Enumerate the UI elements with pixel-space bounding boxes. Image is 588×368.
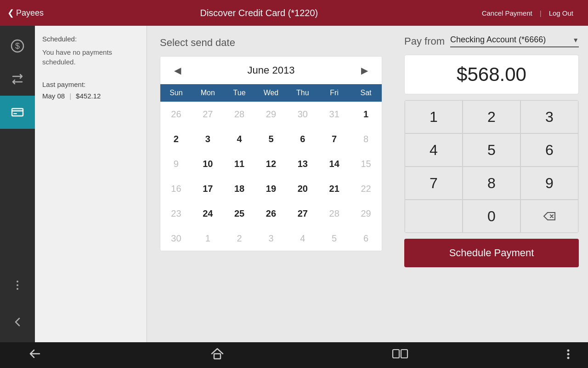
- dropdown-arrow-icon: ▼: [572, 36, 579, 44]
- svg-rect-7: [393, 350, 399, 358]
- more-options-icon[interactable]: [567, 349, 570, 362]
- calendar-cell-4-6: 29: [350, 201, 382, 226]
- svg-point-10: [567, 353, 569, 355]
- last-payment-date: May 08: [42, 92, 65, 100]
- numpad-row-1: 1 2 3: [405, 100, 578, 133]
- calendar-cell-3-3[interactable]: 19: [255, 176, 287, 201]
- calendar-cell-4-2[interactable]: 25: [224, 201, 255, 226]
- select-send-date-label: Select send date: [160, 37, 382, 49]
- pay-from-account-selector[interactable]: Checking Account (*6666) ▼: [450, 35, 579, 47]
- prev-month-button[interactable]: ◀: [170, 63, 186, 78]
- calendar-cell-1-5[interactable]: 7: [318, 126, 350, 151]
- calendar: ◀ June 2013 ▶ Sun Mon Tue Wed Thu Fri Sa…: [160, 56, 382, 251]
- calendar-cell-3-5[interactable]: 21: [318, 176, 350, 201]
- back-icon: ❮: [7, 8, 14, 18]
- svg-rect-8: [401, 350, 407, 358]
- calendar-cell-1-4[interactable]: 6: [287, 126, 318, 151]
- numpad-8[interactable]: 8: [463, 167, 520, 200]
- calendar-cell-2-1[interactable]: 10: [192, 151, 224, 176]
- calendar-cell-4-0: 23: [160, 201, 192, 226]
- calendar-cell-2-4[interactable]: 13: [287, 151, 318, 176]
- calendar-cell-4-1[interactable]: 24: [192, 201, 224, 226]
- svg-point-11: [567, 356, 569, 359]
- calendar-cell-0-3: 29: [255, 102, 287, 126]
- calendar-cell-1-3[interactable]: 5: [255, 126, 287, 151]
- numpad-5[interactable]: 5: [463, 133, 520, 167]
- calendar-cell-1-0[interactable]: 2: [160, 126, 192, 151]
- calendar-cell-4-4[interactable]: 27: [287, 201, 318, 226]
- calendar-cell-3-1[interactable]: 17: [192, 176, 224, 201]
- cancel-payment-button[interactable]: Cancel Payment: [475, 9, 540, 17]
- svg-point-9: [567, 349, 569, 351]
- next-month-button[interactable]: ▶: [356, 63, 373, 78]
- calendar-nav: ◀ June 2013 ▶: [160, 57, 382, 84]
- last-payment-divider: |: [69, 92, 71, 100]
- calendar-cell-1-6: 8: [350, 126, 382, 151]
- weekday-sat: Sat: [350, 84, 382, 102]
- numpad-backspace[interactable]: [520, 200, 578, 233]
- numpad-empty: [405, 200, 463, 233]
- schedule-payment-button[interactable]: Schedule Payment: [404, 239, 579, 267]
- back-nav-icon[interactable]: [18, 344, 51, 366]
- logout-button[interactable]: Log Out: [542, 9, 581, 17]
- calendar-cell-5-2: 2: [224, 226, 255, 251]
- weekday-sun: Sun: [160, 84, 192, 102]
- top-bar: ❮ Payees Discover Credit Card (*1220) Ca…: [0, 0, 588, 26]
- numpad-6[interactable]: 6: [520, 133, 578, 167]
- calendar-cell-0-4: 30: [287, 102, 318, 126]
- calendar-cell-2-2[interactable]: 11: [224, 151, 255, 176]
- calendar-cell-5-3: 3: [255, 226, 287, 251]
- back-button[interactable]: ❮ Payees: [7, 8, 44, 18]
- numpad-2[interactable]: 2: [463, 100, 520, 133]
- calendar-row-0: 2627282930311: [160, 102, 382, 126]
- sidebar-icon-menu[interactable]: [0, 269, 35, 302]
- center-panel: Select send date ◀ June 2013 ▶ Sun Mon T…: [147, 26, 395, 342]
- numpad-1[interactable]: 1: [405, 100, 463, 133]
- svg-rect-6: [214, 354, 220, 359]
- home-nav-icon[interactable]: [201, 344, 234, 367]
- numpad-0[interactable]: 0: [463, 200, 520, 233]
- numpad-9[interactable]: 9: [520, 167, 578, 200]
- bottom-bar: [0, 342, 588, 368]
- numpad-row-3: 7 8 9: [405, 167, 578, 200]
- calendar-cell-1-1[interactable]: 3: [192, 126, 224, 151]
- sidebar-icon-collapse[interactable]: [0, 305, 35, 339]
- recents-nav-icon[interactable]: [383, 344, 418, 366]
- calendar-cell-1-2[interactable]: 4: [224, 126, 255, 151]
- calendar-row-1: 2345678: [160, 126, 382, 151]
- last-payment-amount: $452.12: [76, 92, 101, 100]
- no-payments-text: You have no payments scheduled.: [42, 47, 139, 67]
- calendar-cell-5-5: 5: [318, 226, 350, 251]
- calendar-cell-0-6[interactable]: 1: [350, 102, 382, 126]
- calendar-cell-3-2[interactable]: 18: [224, 176, 255, 201]
- calendar-cell-2-5[interactable]: 14: [318, 151, 350, 176]
- numpad-row-4: 0: [405, 200, 578, 233]
- sidebar-icon-dollar[interactable]: $: [0, 29, 35, 63]
- svg-text:$: $: [15, 41, 20, 51]
- calendar-row-2: 9101112131415: [160, 151, 382, 176]
- calendar-cell-5-6: 6: [350, 226, 382, 251]
- last-payment-label: Last payment:: [42, 80, 139, 88]
- account-name: Checking Account (*6666): [450, 35, 546, 45]
- calendar-cell-3-4[interactable]: 20: [287, 176, 318, 201]
- calendar-cell-4-5: 28: [318, 201, 350, 226]
- calendar-cell-3-6: 22: [350, 176, 382, 201]
- sidebar-icons: $: [0, 26, 35, 342]
- sidebar-icon-payment[interactable]: [0, 96, 35, 129]
- numpad: 1 2 3 4 5 6 7 8 9 0: [404, 100, 579, 233]
- calendar-cell-3-0: 16: [160, 176, 192, 201]
- numpad-3[interactable]: 3: [520, 100, 578, 133]
- calendar-cell-2-3[interactable]: 12: [255, 151, 287, 176]
- pay-from-row: Pay from Checking Account (*6666) ▼: [404, 35, 579, 47]
- numpad-7[interactable]: 7: [405, 167, 463, 200]
- numpad-4[interactable]: 4: [405, 133, 463, 167]
- weekday-mon: Mon: [192, 84, 224, 102]
- last-payment-row: May 08 | $452.12: [42, 92, 139, 100]
- calendar-cell-5-1: 1: [192, 226, 224, 251]
- sidebar-icon-transfer[interactable]: [0, 63, 35, 96]
- calendar-cell-4-3[interactable]: 26: [255, 201, 287, 226]
- weekday-thu: Thu: [287, 84, 318, 102]
- calendar-cell-2-6: 15: [350, 151, 382, 176]
- month-title: June 2013: [248, 64, 295, 76]
- calendar-table: Sun Mon Tue Wed Thu Fri Sat 262728293031…: [160, 84, 382, 251]
